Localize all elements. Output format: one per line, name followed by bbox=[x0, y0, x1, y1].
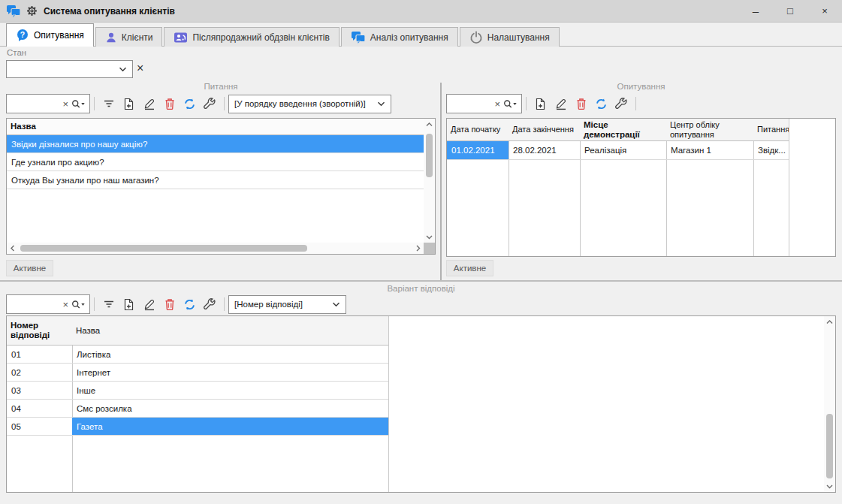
scroll-up-icon[interactable] bbox=[424, 119, 435, 130]
chevron-down-icon bbox=[332, 302, 340, 307]
answer-row[interactable]: 02 Інтернет bbox=[7, 364, 388, 382]
survey-cell-question[interactable]: Звідк... bbox=[753, 141, 789, 159]
delete-record-icon bbox=[164, 98, 176, 110]
add-record-button[interactable] bbox=[119, 94, 139, 113]
add-record-button[interactable] bbox=[119, 294, 139, 314]
window-controls: – □ × bbox=[738, 0, 842, 23]
chat-bubbles-app-icon bbox=[6, 5, 21, 18]
scrollbar-thumb[interactable] bbox=[426, 134, 433, 177]
surveys-search-input[interactable] bbox=[451, 99, 491, 108]
question-row[interactable]: Откуда Вы узнали про наш магазин? bbox=[7, 171, 424, 189]
answers-grid: Номер відповіді Назва 01 Листівка 02 Інт… bbox=[6, 315, 836, 493]
survey-cell-start-date[interactable]: 01.02.2021 bbox=[447, 141, 509, 159]
tab-label: Аналіз опитування bbox=[370, 32, 448, 43]
grid-settings-button[interactable] bbox=[200, 94, 220, 113]
add-record-icon bbox=[122, 98, 135, 110]
refresh-icon bbox=[183, 98, 196, 110]
column-header-end-date[interactable]: Дата закінчення bbox=[509, 119, 580, 141]
column-header-survey-center[interactable]: Центр обліку опитування bbox=[666, 119, 753, 141]
tab-aftersale-calls[interactable]: Післяпродажний обдзвін клієнтів bbox=[164, 27, 339, 47]
scrollbar-thumb[interactable] bbox=[826, 414, 833, 478]
column-header-demo-place[interactable]: Місце демонстрації bbox=[580, 119, 666, 141]
tab-survey-analysis[interactable]: Аналіз опитування bbox=[341, 27, 458, 47]
clear-search-icon[interactable]: × bbox=[59, 300, 71, 309]
clear-search-icon[interactable]: × bbox=[491, 99, 503, 109]
clear-search-icon[interactable]: × bbox=[59, 99, 71, 109]
clear-state-filter-icon[interactable]: × bbox=[137, 62, 143, 74]
column-header-answer-name[interactable]: Назва bbox=[72, 316, 388, 346]
search-icon[interactable] bbox=[71, 99, 86, 109]
search-icon[interactable] bbox=[503, 99, 518, 109]
scroll-left-icon[interactable] bbox=[7, 243, 18, 254]
tab-bar: ? Опитування Клієнти bbox=[0, 23, 842, 47]
surveys-toolbar: × bbox=[446, 94, 640, 113]
answer-row[interactable]: 03 Інше bbox=[7, 382, 388, 400]
answers-sort-combobox[interactable]: [Номер відповіді] bbox=[228, 295, 346, 314]
surveys-active-filter-button[interactable]: Активне bbox=[446, 260, 493, 276]
questions-active-filter-button[interactable]: Активне bbox=[6, 260, 53, 276]
answer-row[interactable]: 04 Смс розсилка bbox=[7, 400, 388, 418]
tab-surveys[interactable]: ? Опитування bbox=[6, 23, 94, 47]
vertical-scrollbar[interactable] bbox=[424, 119, 435, 243]
scroll-down-icon[interactable] bbox=[424, 231, 435, 243]
minimize-button[interactable]: – bbox=[738, 0, 773, 23]
questions-sort-combobox[interactable]: [У порядку введення (зворотній)] bbox=[228, 95, 391, 113]
filter-button[interactable] bbox=[98, 94, 119, 113]
survey-cell-end-date[interactable]: 28.02.2021 bbox=[509, 141, 580, 159]
answers-panel-title: Варіант відповіді bbox=[6, 284, 836, 293]
column-header-question[interactable]: Питання bbox=[753, 119, 789, 141]
edit-record-icon bbox=[143, 97, 156, 110]
delete-record-button[interactable] bbox=[571, 94, 591, 113]
toolbar-separator bbox=[635, 97, 636, 110]
scroll-up-icon[interactable] bbox=[824, 316, 835, 327]
scroll-right-icon[interactable] bbox=[412, 243, 424, 254]
toolbar-separator bbox=[526, 97, 527, 110]
toolbar-separator bbox=[94, 97, 95, 110]
delete-record-icon bbox=[164, 298, 176, 311]
question-row[interactable]: Звідки дізналися про нашу акцію? bbox=[7, 135, 424, 153]
filter-icon bbox=[103, 298, 115, 310]
horizontal-scrollbar[interactable] bbox=[7, 243, 424, 254]
survey-row[interactable]: 01.02.2021 28.02.2021 Реалізація Магазин… bbox=[447, 141, 789, 160]
delete-record-button[interactable] bbox=[159, 294, 180, 314]
power-icon bbox=[469, 31, 483, 44]
refresh-button[interactable] bbox=[591, 94, 611, 113]
questions-search-input[interactable] bbox=[11, 99, 59, 108]
filter-button[interactable] bbox=[98, 294, 119, 314]
answer-row[interactable]: 05 Газета bbox=[7, 418, 388, 436]
edit-record-button[interactable] bbox=[139, 94, 159, 113]
tab-clients[interactable]: Клієнти bbox=[95, 27, 163, 47]
answer-row[interactable]: 01 Листівка bbox=[7, 346, 388, 364]
question-row[interactable]: Где узнали про акцию? bbox=[7, 153, 424, 171]
app-window: Система опитування клієнтів – □ × ? Опит… bbox=[0, 0, 842, 504]
survey-cell-survey-center[interactable]: Магазин 1 bbox=[666, 141, 753, 159]
delete-record-icon bbox=[575, 98, 587, 110]
scroll-down-icon[interactable] bbox=[824, 481, 835, 492]
edit-record-button[interactable] bbox=[139, 294, 159, 314]
grid-settings-button[interactable] bbox=[200, 294, 220, 314]
grid-settings-button[interactable] bbox=[611, 94, 632, 113]
search-icon[interactable] bbox=[71, 300, 86, 309]
refresh-button[interactable] bbox=[180, 94, 200, 113]
delete-record-button[interactable] bbox=[159, 94, 180, 113]
answers-search-box: × bbox=[6, 294, 90, 314]
column-header-answer-number[interactable]: Номер відповіді bbox=[7, 316, 72, 346]
refresh-button[interactable] bbox=[180, 294, 200, 314]
tab-settings[interactable]: Налаштування bbox=[460, 27, 560, 47]
vertical-splitter[interactable] bbox=[440, 83, 442, 280]
column-header-name[interactable]: Назва bbox=[7, 119, 424, 135]
state-filter-combobox[interactable] bbox=[6, 60, 133, 78]
maximize-button[interactable]: □ bbox=[773, 0, 807, 23]
svg-text:?: ? bbox=[20, 30, 25, 39]
questions-panel-title: Питання bbox=[6, 82, 436, 91]
horizontal-splitter[interactable] bbox=[0, 280, 842, 282]
answers-search-input[interactable] bbox=[11, 300, 59, 309]
scrollbar-thumb[interactable] bbox=[20, 245, 307, 252]
refresh-icon bbox=[183, 298, 196, 311]
add-record-button[interactable] bbox=[530, 94, 551, 113]
edit-record-button[interactable] bbox=[551, 94, 571, 113]
vertical-scrollbar[interactable] bbox=[824, 316, 835, 492]
survey-cell-demo-place[interactable]: Реалізація bbox=[580, 141, 666, 159]
close-button[interactable]: × bbox=[807, 0, 842, 23]
column-header-start-date[interactable]: Дата початку bbox=[447, 119, 509, 141]
